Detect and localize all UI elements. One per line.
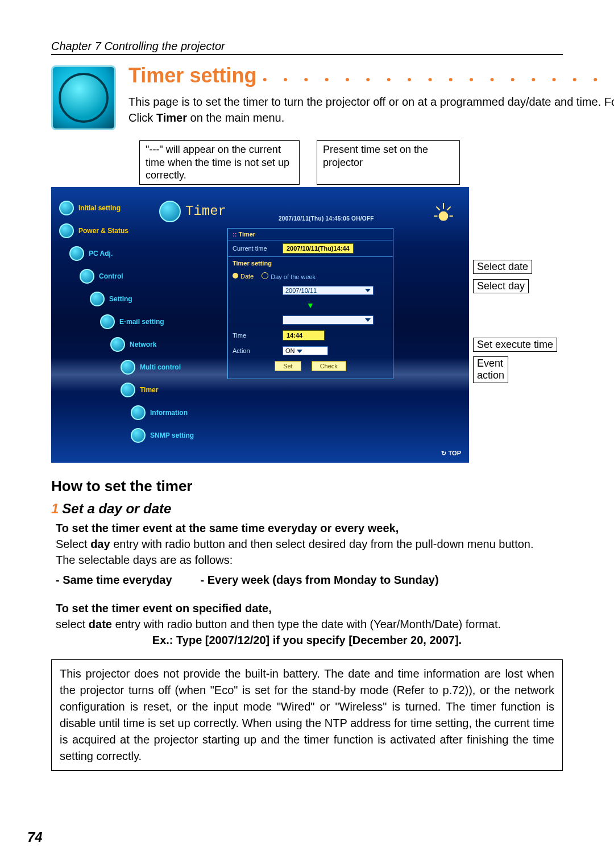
set-button[interactable]: Set (275, 361, 301, 371)
sidebar-item-email[interactable]: E-mail setting (100, 314, 194, 329)
present-time-bar: 2007/10/11(Thu) 14:45:05 OH/OFF (279, 215, 374, 222)
sidebar-item-timer[interactable]: Timer (121, 383, 194, 397)
step1-p4: To set the timer event on specified date… (56, 600, 558, 616)
clock-icon (51, 65, 116, 130)
chevron-down-icon (365, 289, 371, 292)
sidebar-item-multi[interactable]: Multi control (121, 360, 194, 375)
sidebar-item-pcadj[interactable]: PC Adj. (69, 246, 194, 261)
clock-icon (159, 201, 181, 222)
callout-present-time: Present time set on the projector (317, 140, 460, 185)
note-box: This projector does not provide the buil… (51, 659, 563, 771)
sun-icon (432, 202, 455, 226)
current-time-label: Current time (233, 245, 278, 252)
option-same-time: - Same time everyday (56, 574, 172, 587)
step1-p1: To set the timer event at the same time … (56, 520, 558, 536)
sidebar: Initial setting Power & Status PC Adj. C… (59, 193, 194, 451)
timer-setting-header: Timer setting (228, 256, 393, 269)
time-label: Time (233, 332, 278, 339)
callout-current-time-note: "---" will appear on the current time wh… (139, 140, 300, 185)
sidebar-item-control[interactable]: Control (80, 269, 194, 284)
svg-line-3 (447, 206, 450, 210)
callout-set-execute: Set execute time (473, 338, 557, 352)
check-button[interactable]: Check (312, 361, 346, 371)
svg-point-0 (439, 211, 448, 220)
page-number: 74 (27, 829, 43, 845)
svg-line-2 (436, 206, 439, 210)
option-every-week: - Every week (days from Monday to Sunday… (201, 574, 439, 587)
sidebar-item-network[interactable]: Network (110, 337, 194, 352)
screenshot-region: Initial setting Power & Status PC Adj. C… (51, 187, 469, 463)
panel-title: Timer (159, 201, 226, 222)
sidebar-item-power[interactable]: Power & Status (59, 223, 194, 238)
sidebar-item-info[interactable]: Information (131, 405, 194, 420)
time-input[interactable]: 14:44 (283, 330, 325, 340)
timer-panel-header: :: Timer (228, 229, 393, 240)
callout-select-day: Select day (473, 279, 529, 293)
step-1-heading: 1Set a day or date (51, 501, 563, 517)
step1-p3: The selectable days are as follows: (56, 552, 558, 568)
callout-select-date: Select date (473, 260, 532, 274)
chevron-down-icon (365, 318, 371, 322)
radio-day[interactable]: Day of the week (262, 272, 316, 280)
date-dropdown[interactable]: 2007/10/11 (283, 286, 374, 295)
action-label: Action (233, 347, 278, 354)
day-dropdown[interactable] (283, 315, 374, 325)
page-title: Timer setting (128, 65, 256, 86)
sidebar-item-snmp[interactable]: SNMP setting (131, 428, 194, 443)
how-to-heading: How to set the timer (51, 477, 563, 495)
timer-panel: :: Timer Current time 2007/10/11(Thu)14:… (227, 228, 393, 379)
callout-event-action: Eventaction (473, 356, 508, 383)
chevron-down-icon (297, 350, 302, 353)
step1-p5: select date entry with radio button and … (56, 616, 558, 632)
arrow-down-icon: ▼ (306, 301, 314, 310)
sidebar-item-setting[interactable]: Setting (90, 292, 194, 306)
action-select[interactable]: ON (283, 346, 328, 355)
step1-p2: Select day entry with radio button and t… (56, 536, 558, 552)
current-time-value: 2007/10/11(Thu)14:44 (283, 243, 354, 254)
description-text: This page is to set the timer to turn th… (128, 94, 614, 126)
decorative-dots: ● ● ● ● ● ● ● ● ● ● ● ● ● ● ● ● ● ● ● ● … (262, 74, 614, 86)
top-link[interactable]: ↻ TOP (441, 450, 461, 457)
radio-date[interactable]: Date (233, 273, 254, 280)
example-line: Ex.: Type [2007/12/20] if you specify [D… (56, 632, 558, 648)
chapter-heading: Chapter 7 Controlling the projector (51, 40, 563, 55)
